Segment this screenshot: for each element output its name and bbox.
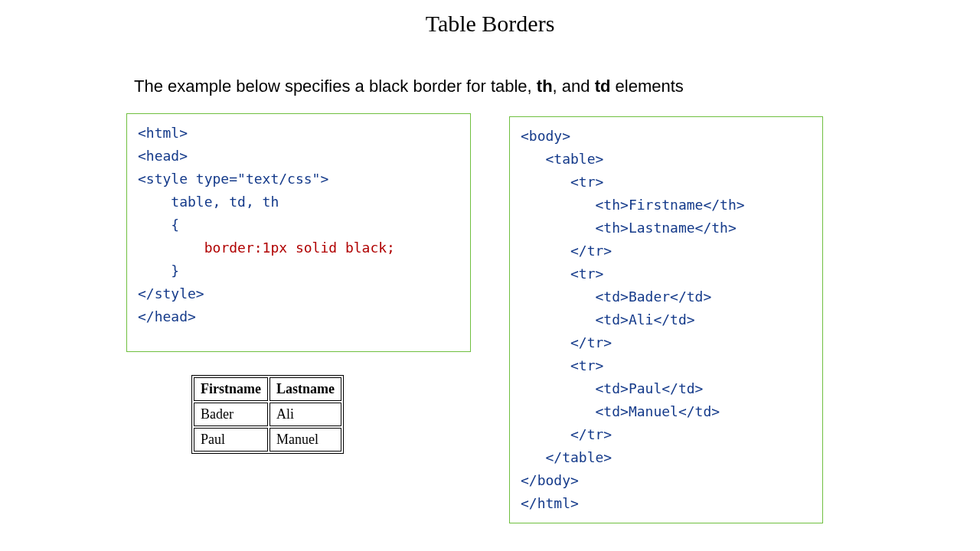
code-line: <body> (521, 128, 570, 144)
code-line: <th>Lastname</th> (521, 220, 737, 236)
code-line: </tr> (521, 426, 612, 442)
code-line: <style type="text/css"> (138, 171, 328, 187)
code-line: <head> (138, 148, 188, 164)
code-line: </table> (521, 449, 612, 465)
code-line: <td>Bader</td> (521, 289, 711, 305)
code-line: <th>Firstname</th> (521, 197, 745, 213)
table-row: Firstname Lastname (194, 377, 341, 401)
code-line: <tr> (521, 357, 603, 373)
code-box-body: <body> <table> <tr> <th>Firstname</th> <… (509, 116, 823, 523)
table-cell: Ali (270, 403, 341, 426)
code-line: table, td, th (138, 194, 279, 210)
code-line: </tr> (521, 243, 612, 259)
code-line: </tr> (521, 334, 612, 350)
code-line: { (138, 217, 179, 233)
table-cell: Paul (194, 428, 268, 452)
table-row: Bader Ali (194, 403, 341, 426)
code-line-indent (138, 240, 204, 256)
code-line: <tr> (521, 174, 603, 190)
code-line: </html> (521, 495, 579, 511)
description-text: The example below specifies a black bord… (134, 77, 684, 96)
code-line: </style> (138, 285, 204, 302)
code-line: } (138, 262, 179, 279)
code-line-red: border:1px solid black; (204, 240, 395, 256)
desc-th: th (537, 77, 553, 96)
table-header-lastname: Lastname (270, 377, 341, 401)
desc-mid: , and (553, 77, 595, 96)
desc-prefix: The example below specifies a black bord… (134, 77, 537, 96)
table-header-firstname: Firstname (194, 377, 268, 401)
desc-suffix: elements (610, 77, 683, 96)
code-line: <table> (521, 151, 603, 167)
code-line: <td>Manuel</td> (521, 403, 720, 419)
code-line: <td>Ali</td> (521, 311, 695, 328)
code-line: <tr> (521, 266, 603, 282)
table-row: Paul Manuel (194, 428, 341, 452)
code-line: </head> (138, 308, 196, 324)
table-cell: Manuel (270, 428, 341, 452)
desc-td: td (595, 77, 611, 96)
example-output-table: Firstname Lastname Bader Ali Paul Manuel (191, 375, 344, 454)
table-cell: Bader (194, 403, 268, 426)
code-box-head: <html> <head> <style type="text/css"> ta… (126, 113, 471, 352)
code-line: <td>Paul</td> (521, 380, 703, 396)
code-line: <html> (138, 125, 188, 141)
code-line: </body> (521, 472, 579, 488)
page-title: Table Borders (0, 11, 980, 37)
output-table: Firstname Lastname Bader Ali Paul Manuel (191, 375, 344, 454)
